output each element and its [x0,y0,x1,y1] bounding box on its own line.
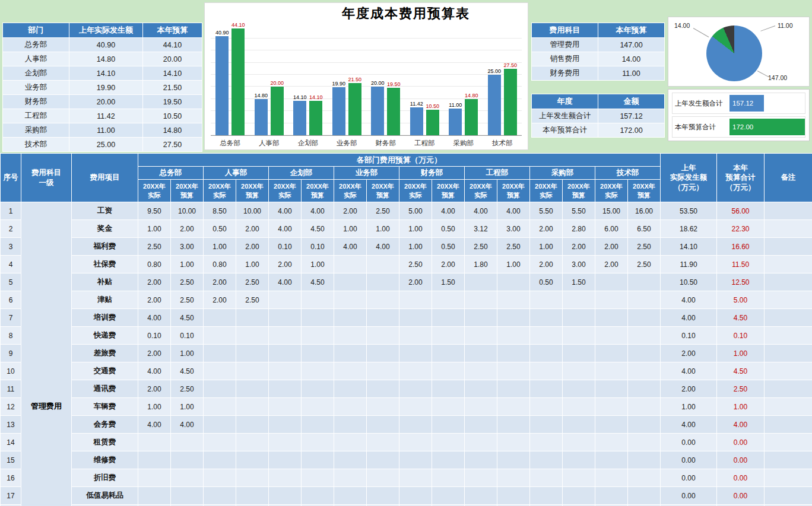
table-cell[interactable]: 147.00 [598,38,665,52]
value-cell[interactable] [530,416,563,434]
budget-col-header[interactable]: 本年预算 [143,23,202,38]
lastyear-total-cell[interactable]: 1.00 [661,398,717,416]
table-cell[interactable]: 19.90 [69,81,143,95]
budget-total-cell[interactable]: 5.00 [717,291,765,309]
value-cell[interactable] [497,487,530,505]
value-cell[interactable] [563,362,595,380]
value-cell[interactable]: 5.00 [399,202,432,220]
remark-cell[interactable] [765,380,812,398]
budget-total-cell[interactable]: 0.00 [717,469,765,487]
value-cell[interactable] [269,362,302,380]
item-cell[interactable]: 低值易耗品 [72,487,138,505]
value-cell[interactable]: 1.50 [432,273,465,291]
value-cell[interactable] [595,309,628,327]
value-cell[interactable] [465,309,497,327]
value-cell[interactable] [530,469,563,487]
remark-cell[interactable] [765,434,812,451]
value-cell[interactable] [465,451,497,469]
value-cell[interactable] [432,380,465,398]
sub-header-actual[interactable]: 20XX年 实际 [204,180,236,202]
value-cell[interactable]: 10.00 [236,202,269,220]
value-cell[interactable] [432,469,465,487]
sub-header-actual[interactable]: 20XX年 实际 [399,180,432,202]
table-cell[interactable]: 技术部 [3,138,69,152]
value-cell[interactable] [236,327,269,345]
value-cell[interactable] [399,362,432,380]
value-cell[interactable] [204,380,236,398]
sub-header-actual[interactable]: 20XX年 实际 [269,180,302,202]
value-cell[interactable]: 2.50 [171,273,204,291]
value-cell[interactable] [399,380,432,398]
remark-cell[interactable] [765,220,812,238]
value-cell[interactable]: 6.50 [628,220,661,238]
dept-header[interactable]: 总务部 [138,167,204,180]
value-cell[interactable] [497,291,530,309]
value-cell[interactable] [302,380,334,398]
budget-total-cell[interactable]: 12.50 [717,273,765,291]
lastyear-total-cell[interactable]: 18.62 [661,220,717,238]
value-cell[interactable] [595,273,628,291]
year-col-header[interactable]: 年度 [532,94,598,109]
budget-total-cell[interactable]: 0.10 [717,327,765,345]
category-merged-cell[interactable]: 管理费用 [21,202,72,506]
row-number-cell[interactable]: 17 [1,487,21,505]
value-cell[interactable]: 4.50 [302,220,334,238]
value-cell[interactable]: 15.00 [595,202,628,220]
budget-total-cell[interactable]: 0.00 [717,434,765,451]
sub-header-budget[interactable]: 20XX年 预算 [171,180,204,202]
value-cell[interactable] [204,434,236,451]
value-cell[interactable] [628,273,661,291]
value-cell[interactable]: 2.50 [367,202,399,220]
value-cell[interactable] [367,345,399,362]
value-cell[interactable]: 2.00 [204,273,236,291]
sub-header-actual[interactable]: 20XX年 实际 [138,180,171,202]
col-header-remark[interactable]: 备注 [765,154,812,202]
value-cell[interactable]: 1.00 [530,238,563,256]
row-number-cell[interactable]: 6 [1,291,21,309]
category-budget-col-header[interactable]: 本年预算 [598,23,665,38]
lastyear-total-cell[interactable]: 2.00 [661,380,717,398]
value-cell[interactable] [465,362,497,380]
value-cell[interactable] [204,362,236,380]
value-cell[interactable] [269,291,302,309]
value-cell[interactable]: 4.00 [269,273,302,291]
value-cell[interactable]: 1.00 [302,256,334,273]
value-cell[interactable]: 4.50 [302,273,334,291]
value-cell[interactable]: 9.50 [138,202,171,220]
value-cell[interactable] [530,487,563,505]
col-header-budget-total[interactable]: 本年 预算合计 （万元） [717,154,765,202]
value-cell[interactable] [236,309,269,327]
value-cell[interactable] [628,398,661,416]
value-cell[interactable] [399,327,432,345]
value-cell[interactable] [628,416,661,434]
value-cell[interactable] [302,309,334,327]
budget-total-cell[interactable]: 0.00 [717,451,765,469]
value-cell[interactable] [432,362,465,380]
item-cell[interactable]: 通讯费 [72,380,138,398]
value-cell[interactable]: 0.80 [138,256,171,273]
value-cell[interactable] [367,416,399,434]
table-cell[interactable]: 20.00 [69,95,143,109]
table-cell[interactable]: 20.00 [143,52,202,66]
value-cell[interactable] [497,345,530,362]
dept-header[interactable]: 财务部 [399,167,465,180]
value-cell[interactable] [432,291,465,309]
value-cell[interactable] [171,469,204,487]
value-cell[interactable]: 2.00 [138,380,171,398]
value-cell[interactable] [399,434,432,451]
budget-total-cell[interactable]: 1.00 [717,398,765,416]
value-cell[interactable] [628,362,661,380]
value-cell[interactable] [465,380,497,398]
value-cell[interactable] [334,487,367,505]
value-cell[interactable]: 2.50 [465,238,497,256]
item-cell[interactable]: 津贴 [72,291,138,309]
value-cell[interactable] [432,398,465,416]
row-number-cell[interactable]: 11 [1,380,21,398]
dept-header[interactable]: 业务部 [334,167,399,180]
value-cell[interactable] [628,469,661,487]
value-cell[interactable] [432,487,465,505]
value-cell[interactable]: 10.00 [171,202,204,220]
col-header-item[interactable]: 费用项目 [72,154,138,202]
value-cell[interactable] [302,469,334,487]
row-number-cell[interactable]: 3 [1,238,21,256]
